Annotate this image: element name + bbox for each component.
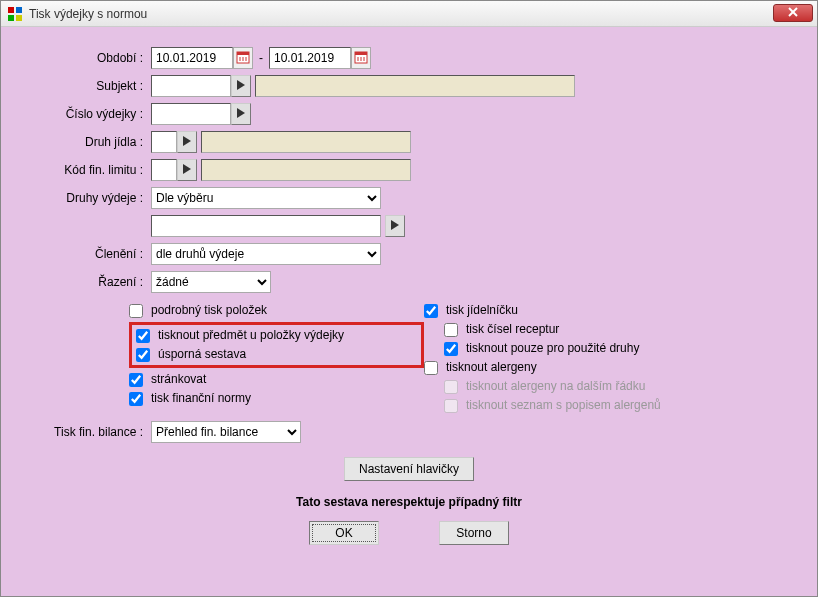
checkbox-tisknout-seznam-alergenu	[444, 399, 458, 413]
kod-fin-lookup-button[interactable]	[177, 159, 197, 181]
druh-jidla-code-input[interactable]	[151, 131, 177, 153]
calendar-icon	[236, 50, 250, 67]
label-tisk-jidelnicku: tisk jídelníčku	[446, 301, 518, 320]
label-cislo-vydejky: Číslo výdejky :	[21, 107, 151, 121]
calendar-icon	[354, 50, 368, 67]
calendar-from-button[interactable]	[233, 47, 253, 69]
druh-jidla-display	[201, 131, 411, 153]
checkbox-tisknout-pouze-druhy[interactable]	[444, 342, 458, 356]
svg-rect-7	[237, 52, 249, 55]
date-from-input[interactable]	[151, 47, 233, 69]
druhy-vydeje-text-input[interactable]	[151, 215, 381, 237]
checkbox-tisknout-alergeny[interactable]	[424, 361, 438, 375]
checkbox-tisk-cisel-receptur[interactable]	[444, 323, 458, 337]
druhy-vydeje-lookup-button[interactable]	[385, 215, 405, 237]
label-strankovat: stránkovat	[151, 370, 206, 389]
kod-fin-code-input[interactable]	[151, 159, 177, 181]
subjekt-input[interactable]	[151, 75, 231, 97]
checkbox-tisk-jidelnicku[interactable]	[424, 304, 438, 318]
druh-jidla-lookup-button[interactable]	[177, 131, 197, 153]
close-button[interactable]	[773, 4, 813, 22]
label-druh-jidla: Druh jídla :	[21, 135, 151, 149]
play-icon	[182, 163, 192, 178]
label-tisk-fin-bilance: Tisk fin. bilance :	[21, 425, 151, 439]
calendar-to-button[interactable]	[351, 47, 371, 69]
window-title: Tisk výdejky s normou	[29, 7, 147, 21]
cislo-vydejky-lookup-button[interactable]	[231, 103, 251, 125]
label-usporna-sestava: úsporná sestava	[158, 345, 246, 364]
storno-button[interactable]: Storno	[439, 521, 509, 545]
svg-rect-2	[8, 15, 14, 21]
checkbox-podrobny-tisk[interactable]	[129, 304, 143, 318]
form-area: Období : - Subjekt :	[1, 27, 817, 555]
cleneni-select[interactable]: dle druhů výdeje	[151, 243, 381, 265]
subjekt-display	[255, 75, 575, 97]
label-subjekt: Subjekt :	[21, 79, 151, 93]
label-tisk-fin-normy: tisk finanční normy	[151, 389, 251, 408]
druhy-vydeje-select[interactable]: Dle výběru	[151, 187, 381, 209]
svg-marker-17	[237, 108, 245, 118]
label-cleneni: Členění :	[21, 247, 151, 261]
dialog-window: Tisk výdejky s normou Období : -	[0, 0, 818, 597]
label-tisknout-alergeny-radek: tisknout alergeny na dalším řádku	[466, 377, 645, 396]
play-icon	[236, 79, 246, 94]
svg-rect-1	[16, 7, 22, 13]
label-podrobny-tisk: podrobný tisk položek	[151, 301, 267, 320]
title-bar: Tisk výdejky s normou	[1, 1, 817, 27]
nastaveni-hlavicky-button[interactable]: Nastavení hlavičky	[344, 457, 474, 481]
footer-note: Tato sestava nerespektuje případný filtr	[21, 495, 797, 509]
label-tisknout-alergeny: tisknout alergeny	[446, 358, 537, 377]
kod-fin-display	[201, 159, 411, 181]
label-tisknout-seznam-alergenu: tisknout seznam s popisem alergenů	[466, 396, 661, 415]
close-icon	[788, 7, 798, 19]
svg-rect-3	[16, 15, 22, 21]
label-druhy-vydeje: Druhy výdeje :	[21, 191, 151, 205]
app-icon	[7, 6, 23, 22]
svg-rect-12	[355, 52, 367, 55]
svg-marker-18	[183, 136, 191, 146]
label-tisknout-pouze-druhy: tisknout pouze pro použité druhy	[466, 339, 639, 358]
highlight-box: tisknout předmět u položky výdejky úspor…	[129, 322, 424, 368]
tisk-fin-bilance-select[interactable]: Přehled fin. bilance	[151, 421, 301, 443]
svg-marker-20	[391, 220, 399, 230]
checkbox-usporna-sestava[interactable]	[136, 348, 150, 362]
checkbox-strankovat[interactable]	[129, 373, 143, 387]
cislo-vydejky-input[interactable]	[151, 103, 231, 125]
checkbox-tisknout-predmet[interactable]	[136, 329, 150, 343]
subjekt-lookup-button[interactable]	[231, 75, 251, 97]
date-to-input[interactable]	[269, 47, 351, 69]
date-separator: -	[259, 51, 263, 65]
play-icon	[236, 107, 246, 122]
checkbox-tisk-fin-normy[interactable]	[129, 392, 143, 406]
checkbox-tisknout-alergeny-radek	[444, 380, 458, 394]
svg-marker-16	[237, 80, 245, 90]
svg-marker-19	[183, 164, 191, 174]
label-kod-fin-limitu: Kód fin. limitu :	[21, 163, 151, 177]
play-icon	[390, 219, 400, 234]
svg-rect-0	[8, 7, 14, 13]
play-icon	[182, 135, 192, 150]
label-obdobi: Období :	[21, 51, 151, 65]
razeni-select[interactable]: žádné	[151, 271, 271, 293]
label-tisk-cisel-receptur: tisk čísel receptur	[466, 320, 559, 339]
label-tisknout-predmet: tisknout předmět u položky výdejky	[158, 326, 344, 345]
ok-button[interactable]: OK	[309, 521, 379, 545]
label-razeni: Řazení :	[21, 275, 151, 289]
